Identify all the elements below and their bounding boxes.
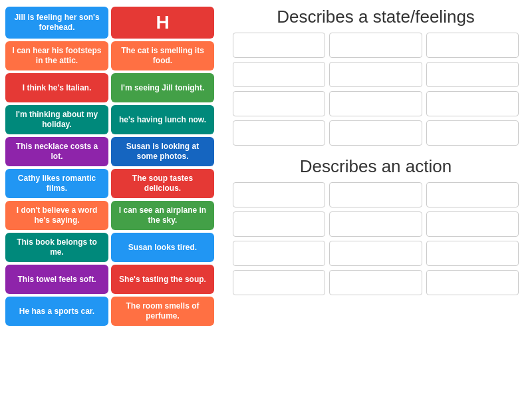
card-row: This necklace costs a lot.Susan is looki…: [5, 137, 214, 166]
drop-cell[interactable]: [426, 91, 519, 116]
card-row: He has a sports car.The room smells of p…: [5, 297, 214, 326]
card-row: This book belongs to me.Susan looks tire…: [5, 233, 214, 262]
drop-cell[interactable]: [233, 241, 325, 266]
right-panel: Describes a state/feelings Describes an …: [219, 0, 532, 399]
card-hear-footsteps[interactable]: I can hear his footsteps in the attic.: [5, 41, 108, 70]
card-necklace-costs[interactable]: This necklace costs a lot.: [5, 137, 108, 166]
card-row: I don't believe a word he's saying.I can…: [5, 201, 214, 230]
drop-cell[interactable]: [329, 62, 422, 87]
card-susan-looking[interactable]: Susan is looking at some photos.: [111, 137, 214, 166]
drop-cell[interactable]: [233, 62, 325, 87]
drop-cell[interactable]: [426, 62, 519, 87]
section2-grid: [233, 182, 519, 295]
drop-cell[interactable]: [426, 270, 519, 295]
card-towel-feels[interactable]: This towel feels soft.: [5, 265, 108, 294]
card-susan-tired[interactable]: Susan looks tired.: [111, 233, 214, 262]
section1-title: Describes a state/feelings: [233, 7, 519, 27]
card-cathy-likes[interactable]: Cathy likes romantic films.: [5, 169, 108, 198]
left-panel: Jill is feeling her son's forehead.HI ca…: [0, 0, 219, 399]
card-room-smells[interactable]: The room smells of perfume.: [111, 297, 214, 326]
drop-cell[interactable]: [329, 241, 422, 266]
drop-cell[interactable]: [329, 120, 422, 146]
card-having-lunch[interactable]: he's having lunch now.: [111, 105, 214, 134]
card-jill-feeling[interactable]: Jill is feeling her son's forehead.: [5, 7, 108, 39]
card-sports-car[interactable]: He has a sports car.: [5, 297, 108, 326]
drop-cell[interactable]: [329, 211, 422, 237]
card-think-italian[interactable]: I think he's Italian.: [5, 73, 108, 102]
card-row: Cathy likes romantic films.The soup tast…: [5, 169, 214, 198]
card-row: Jill is feeling her son's forehead.H: [5, 7, 214, 39]
card-row: I think he's Italian.I'm seeing Jill ton…: [5, 73, 214, 102]
drop-cell[interactable]: [233, 270, 325, 295]
card-seeing-jill[interactable]: I'm seeing Jill tonight.: [111, 73, 214, 102]
card-dont-believe[interactable]: I don't believe a word he's saying.: [5, 201, 108, 230]
drop-cell[interactable]: [233, 33, 325, 58]
drop-cell[interactable]: [233, 120, 325, 146]
card-book-belongs[interactable]: This book belongs to me.: [5, 233, 108, 262]
section2-title: Describes an action: [233, 156, 519, 177]
drop-cell[interactable]: [426, 120, 519, 146]
card-see-airplane[interactable]: I can see an airplane in the sky.: [111, 201, 214, 230]
drop-cell[interactable]: [426, 33, 519, 58]
card-thinking-holiday[interactable]: I'm thinking about my holiday.: [5, 105, 108, 134]
card-tasting-soup[interactable]: She's tasting the soup.: [111, 265, 214, 294]
card-h-card[interactable]: H: [111, 7, 214, 39]
drop-cell[interactable]: [426, 241, 519, 266]
drop-cell[interactable]: [233, 211, 325, 237]
drop-cell[interactable]: [426, 182, 519, 207]
card-soup-tastes[interactable]: The soup tastes delicious.: [111, 169, 214, 198]
drop-cell[interactable]: [329, 33, 422, 58]
drop-cell[interactable]: [329, 182, 422, 207]
drop-cell[interactable]: [329, 270, 422, 295]
card-row: I'm thinking about my holiday.he's havin…: [5, 105, 214, 134]
section1-grid: [233, 33, 519, 146]
drop-cell[interactable]: [233, 91, 325, 116]
card-cat-smelling[interactable]: The cat is smelling its food.: [111, 41, 214, 70]
card-row: This towel feels soft.She's tasting the …: [5, 265, 214, 294]
drop-cell[interactable]: [426, 211, 519, 237]
drop-cell[interactable]: [233, 182, 325, 207]
drop-cell[interactable]: [329, 91, 422, 116]
card-row: I can hear his footsteps in the attic.Th…: [5, 41, 214, 70]
